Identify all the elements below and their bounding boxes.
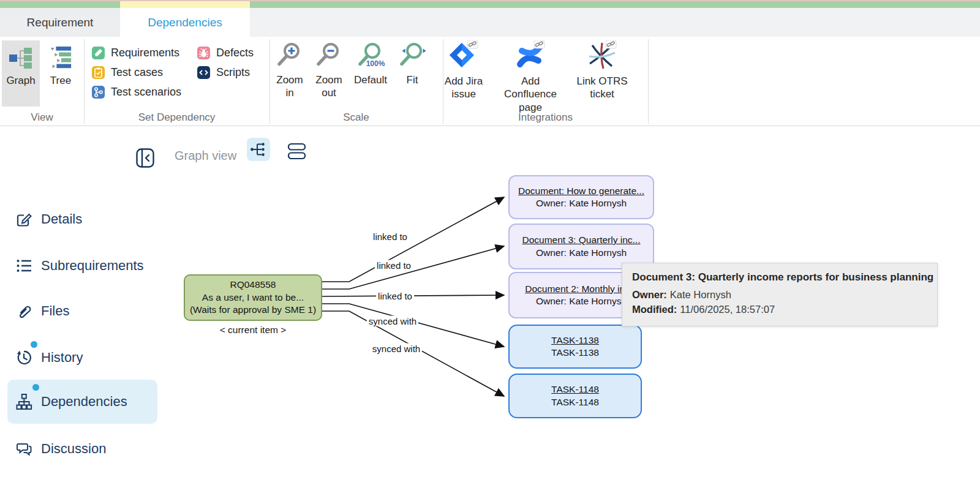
app-window: Requirement Dependencies Graph	[0, 0, 980, 485]
test-scenarios-icon	[92, 86, 105, 99]
node-subtitle: TASK-1148	[551, 396, 599, 408]
add-confluence-page-label: Add Confluence page	[494, 75, 567, 114]
test-scenarios-label: Test scenarios	[111, 86, 181, 99]
tooltip-title: Document 3: Quarterly income reports for…	[632, 271, 927, 284]
tree-button-label: Tree	[50, 75, 71, 87]
active-tab-strip-yellow	[120, 1, 250, 8]
node-title-link[interactable]: TASK-1138	[551, 334, 599, 347]
jira-icon	[448, 40, 479, 71]
tooltip-modified-value: 11/06/2025, 18:57:07	[680, 304, 775, 315]
zoom-in-button[interactable]: Zoom in	[271, 42, 309, 100]
edge-label: linked to	[376, 291, 414, 301]
current-requirement-node[interactable]: RQ048558 As a user, I want to be... (Wai…	[184, 274, 322, 321]
defects-icon	[197, 47, 210, 59]
dependencies-badge-dot	[32, 384, 39, 391]
current-node-summary: As a user, I want to be...	[202, 291, 304, 304]
group-label-view: View	[0, 111, 84, 124]
node-title-link[interactable]: TASK-1148	[551, 383, 599, 396]
requirements-icon	[92, 47, 105, 59]
set-dependency-test-cases[interactable]: Test cases	[92, 65, 163, 80]
defects-label: Defects	[216, 47, 254, 59]
edge-label: synced with	[367, 316, 418, 326]
test-cases-icon	[92, 66, 105, 79]
scripts-icon	[197, 66, 210, 79]
edge-label: linked to	[371, 231, 409, 242]
zoom-default-label: Default	[354, 73, 387, 86]
dependency-node-task-1138[interactable]: TASK-1138 TASK-1138	[508, 325, 642, 369]
discussion-icon	[15, 440, 32, 457]
zoom-fit-label: Fit	[407, 73, 418, 86]
sidebar-item-label: Files	[41, 303, 69, 319]
sidebar-item-history[interactable]: History	[7, 344, 157, 372]
set-dependency-requirements[interactable]: Requirements	[92, 45, 179, 60]
ribbon: Graph Tree View Requirements	[0, 37, 980, 126]
tree-icon	[49, 47, 72, 70]
sidebar-item-discussion[interactable]: Discussion	[7, 435, 157, 462]
tab-requirement[interactable]: Requirement	[0, 8, 120, 37]
files-paperclip-icon	[15, 303, 32, 320]
node-title-link[interactable]: Document 3: Quarterly inc...	[522, 234, 641, 246]
link-otrs-ticket-label: Link OTRS ticket	[573, 75, 631, 101]
link-badge-icon	[534, 40, 545, 48]
layout-list-toggle[interactable]	[285, 140, 309, 163]
zoom-out-label: Zoom out	[313, 73, 345, 100]
add-jira-issue-button[interactable]: Add Jira issue	[437, 40, 490, 101]
node-title-link[interactable]: Document 2: Monthly inc...	[525, 283, 638, 295]
zoom-out-button[interactable]: Zoom out	[310, 42, 348, 100]
node-hover-tooltip: Document 3: Quarterly income reports for…	[622, 263, 938, 326]
node-subtitle: Owner: Kate Hornysh	[536, 295, 627, 307]
group-label-integrations: Integrations	[443, 111, 648, 124]
graph-view-button[interactable]: Graph	[2, 40, 40, 107]
zoom-out-icon	[314, 42, 344, 71]
current-item-caption: < current item >	[220, 325, 287, 336]
edge-label: synced with	[371, 344, 422, 354]
tab-dependencies[interactable]: Dependencies	[120, 8, 250, 37]
sidebar-item-label: Dependencies	[41, 394, 127, 410]
add-confluence-page-button[interactable]: Add Confluence page	[492, 40, 568, 114]
zoom-fit-button[interactable]: Fit	[396, 42, 429, 86]
node-title-link[interactable]: Document: How to generate...	[518, 185, 644, 197]
ribbon-tab-bar: Requirement Dependencies	[0, 8, 980, 37]
set-dependency-scripts[interactable]: Scripts	[197, 65, 250, 80]
sidebar-item-subrequirements[interactable]: Subrequirements	[7, 252, 157, 279]
layout-mindmap-toggle[interactable]	[247, 138, 270, 161]
details-icon	[15, 211, 32, 228]
test-cases-label: Test cases	[111, 66, 163, 79]
zoom-percent-badge: 100%	[366, 59, 385, 68]
mindmap-layout-icon	[249, 140, 268, 159]
dependency-node-task-1148[interactable]: TASK-1148 TASK-1148	[508, 374, 642, 418]
node-subtitle: Owner: Kate Hornysh	[536, 197, 627, 209]
collapse-panel-icon	[136, 148, 154, 168]
graph-button-label: Graph	[6, 75, 35, 87]
list-layout-icon	[287, 142, 307, 160]
scripts-label: Scripts	[216, 66, 250, 79]
history-badge-dot	[31, 341, 37, 348]
edge-linked-to-2	[322, 246, 504, 289]
zoom-default-button[interactable]: 100% Default	[350, 42, 391, 86]
dependency-node-document-1[interactable]: Document: How to generate... Owner: Kate…	[508, 175, 654, 219]
link-badge-icon	[606, 40, 616, 48]
tooltip-owner-row: Owner:Kate Hornysh	[632, 289, 927, 301]
current-node-status: (Waits for approval by SME 1)	[190, 304, 316, 316]
collapse-panel-button[interactable]	[136, 148, 154, 168]
tooltip-owner-value: Kate Hornysh	[670, 289, 731, 300]
confluence-icon	[515, 40, 546, 71]
zoom-in-icon	[275, 42, 304, 71]
tooltip-owner-label: Owner:	[632, 289, 667, 300]
sidebar-item-details[interactable]: Details	[7, 206, 157, 233]
set-dependency-test-scenarios[interactable]: Test scenarios	[92, 85, 181, 99]
link-otrs-ticket-button[interactable]: Link OTRS ticket	[571, 40, 633, 101]
sidebar-item-label: History	[41, 350, 83, 366]
graph-view-title: Graph view	[175, 149, 236, 163]
sidebar-item-label: Details	[41, 211, 82, 227]
edge-label: linked to	[375, 260, 413, 271]
current-node-id: RQ048558	[230, 279, 276, 291]
sidebar-item-dependencies[interactable]: Dependencies	[7, 380, 157, 424]
sidebar-item-files[interactable]: Files	[7, 298, 157, 325]
link-badge-icon	[467, 40, 478, 48]
set-dependency-defects[interactable]: Defects	[197, 45, 254, 60]
otrs-icon	[587, 40, 617, 71]
tooltip-modified-label: Modified:	[632, 304, 677, 315]
group-label-set-dependency: Set Dependency	[84, 111, 270, 124]
tree-view-button[interactable]: Tree	[43, 40, 78, 107]
